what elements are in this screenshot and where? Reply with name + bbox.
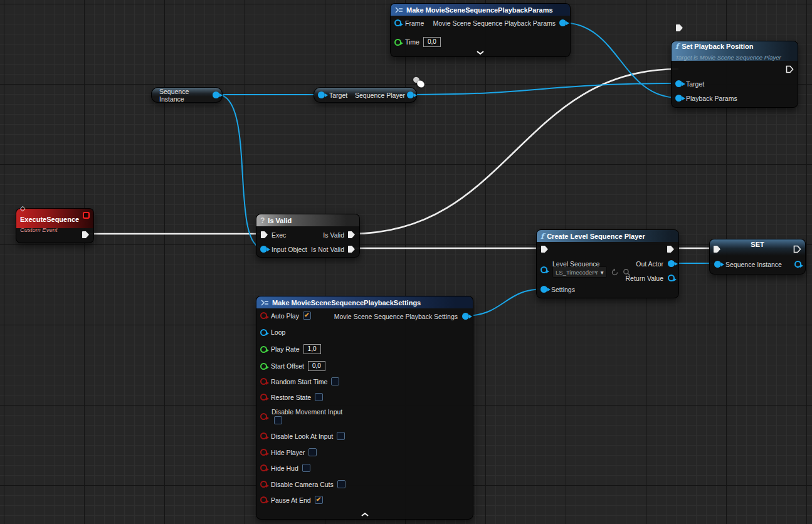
node-create-level-sequence-player[interactable]: f Create Level Sequence Player Level Seq…	[536, 229, 679, 298]
pin-hide-hud[interactable]	[260, 464, 267, 471]
pin-disable-camera-cuts[interactable]	[260, 481, 267, 488]
pin-playback-params-label: Playback Params	[686, 95, 737, 102]
question-mark-icon: ?	[260, 216, 265, 225]
pin-exec-out[interactable]	[667, 245, 675, 253]
use-selected-asset-icon[interactable]	[611, 268, 619, 276]
pin-hide-hud-label: Hide Hud	[271, 464, 298, 472]
node-header[interactable]: f Create Level Sequence Player	[537, 230, 678, 242]
graph-canvas[interactable]: Make MovieSceneSequencePlaybackParams Fr…	[0, 0, 812, 524]
restore-state-checkbox[interactable]	[315, 393, 323, 401]
pin-exec-in[interactable]	[675, 24, 683, 32]
hide-hud-checkbox[interactable]	[302, 464, 310, 472]
pin-start-offset-label: Start Offset	[271, 362, 304, 370]
pin-time[interactable]	[394, 39, 401, 46]
pin-disable-look-at-input[interactable]	[260, 432, 267, 439]
disable-movement-input-checkbox[interactable]	[274, 416, 282, 424]
pin-sequence-instance-in[interactable]	[714, 261, 721, 268]
pin-disable-look-at-input-label: Disable Look At Input	[271, 432, 333, 440]
node-subtitle: Custom Event	[20, 226, 80, 233]
node-is-valid[interactable]: ? Is Valid Exec Is Valid Input Object Is…	[256, 214, 360, 258]
pause-at-end-checkbox[interactable]	[315, 496, 323, 504]
pin-is-valid-out[interactable]	[347, 231, 356, 239]
variable-label: Sequence Instance	[159, 88, 211, 103]
node-title: Make MovieSceneSequencePlaybackParams	[406, 6, 553, 14]
target-label: Target	[329, 92, 347, 99]
pin-playback-params[interactable]	[675, 95, 682, 102]
pin-frame-label: Frame	[405, 19, 424, 27]
pin-exec-in[interactable]	[260, 231, 268, 239]
wire-data-sequenceplayer-target	[408, 83, 678, 95]
pin-auto-play[interactable]	[260, 312, 267, 319]
node-get-sequence-player[interactable]: Target Sequence Player	[314, 87, 417, 103]
node-header[interactable]: SET	[710, 239, 805, 256]
pin-settings[interactable]	[540, 286, 547, 293]
node-set-sequence-instance[interactable]: SET Sequence Instance	[709, 239, 806, 275]
node-set-playback-position[interactable]: f Set Playback Position Target is Movie …	[671, 41, 798, 108]
hide-player-checkbox[interactable]	[308, 448, 317, 456]
node-title: Create Level Sequence Player	[547, 233, 645, 240]
pin-input-object-label: Input Object	[272, 246, 307, 253]
disable-look-at-input-checkbox[interactable]	[337, 432, 345, 440]
pin-level-sequence[interactable]	[540, 266, 547, 273]
node-header[interactable]: Make MovieSceneSequencePlaybackSettings	[256, 296, 473, 308]
node-header[interactable]: Make MovieSceneSequencePlaybackParams	[391, 4, 570, 16]
level-sequence-asset-dropdown[interactable]: LS_TimecodePr ▾	[552, 266, 607, 278]
pin-hide-player[interactable]	[260, 449, 267, 456]
node-execute-sequence-event[interactable]: ◇ ExecuteSequence Custom Event	[16, 208, 94, 243]
play-rate-field[interactable]: 1,0	[303, 344, 321, 354]
pin-pause-at-end[interactable]	[260, 496, 267, 503]
pin-start-offset[interactable]	[260, 363, 267, 370]
random-start-time-checkbox[interactable]	[331, 377, 339, 385]
pin-playback-settings-out[interactable]	[462, 313, 469, 320]
pin-out-actor[interactable]	[668, 260, 675, 267]
pin-frame[interactable]	[394, 19, 401, 26]
function-icon: f	[675, 42, 678, 51]
node-header[interactable]: ? Is Valid	[256, 214, 359, 226]
node-make-movie-scene-sequence-playback-settings[interactable]: Make MovieSceneSequencePlaybackSettings …	[256, 296, 473, 520]
pin-output-label: Movie Scene Sequence Playback Settings	[334, 313, 458, 320]
pin-random-start-time-label: Random Start Time	[271, 378, 327, 385]
node-title: SET	[710, 239, 805, 248]
pin-target-in[interactable]	[318, 92, 325, 98]
pin-output-label: Movie Scene Sequence Playback Params	[433, 19, 556, 27]
pin-return-value[interactable]	[668, 275, 675, 281]
pin-sequence-instance-out[interactable]	[213, 92, 219, 98]
pin-exec-out[interactable]	[82, 231, 90, 239]
pin-play-rate[interactable]	[260, 346, 267, 353]
pin-hide-player-label: Hide Player	[271, 449, 305, 456]
pin-exec-out[interactable]	[786, 65, 794, 73]
node-header[interactable]: ◇ ExecuteSequence Custom Event	[16, 209, 93, 228]
pin-input-object[interactable]	[260, 246, 267, 253]
pin-sequence-instance-out[interactable]	[794, 261, 801, 268]
event-binding-badge[interactable]	[83, 212, 90, 219]
pin-playback-params-out[interactable]	[559, 19, 566, 26]
pin-exec-label: Exec	[272, 231, 286, 239]
pin-sequence-player-out[interactable]	[407, 92, 414, 98]
time-value-field[interactable]: 0,0	[423, 37, 441, 47]
pin-target[interactable]	[675, 80, 682, 87]
auto-play-checkbox[interactable]	[303, 312, 311, 320]
pin-restore-state-label: Restore State	[271, 394, 311, 401]
pin-random-start-time[interactable]	[260, 378, 267, 385]
disable-camera-cuts-checkbox[interactable]	[337, 480, 345, 488]
make-struct-icon	[394, 6, 403, 14]
pin-exec-out[interactable]	[793, 245, 801, 253]
pin-disable-movement-input[interactable]	[260, 413, 267, 420]
pin-return-value-label: Return Value	[625, 275, 663, 282]
pin-exec-in[interactable]	[713, 245, 721, 253]
pin-play-rate-label: Play Rate	[271, 345, 300, 353]
pin-is-not-valid-out[interactable]	[347, 245, 356, 253]
collapse-chevron-down-icon[interactable]	[476, 50, 485, 55]
function-icon: f	[540, 232, 544, 241]
node-get-sequence-instance[interactable]: Sequence Instance	[151, 87, 223, 103]
node-title: ExecuteSequence	[20, 216, 79, 223]
pin-loop[interactable]	[260, 329, 267, 336]
node-make-movie-scene-sequence-playback-params[interactable]: Make MovieSceneSequencePlaybackParams Fr…	[390, 3, 571, 57]
pin-restore-state[interactable]	[260, 394, 267, 401]
pin-disable-movement-input-label: Disable Movement Input	[272, 408, 342, 416]
start-offset-field[interactable]: 0,0	[308, 361, 325, 371]
node-title: Make MovieSceneSequencePlaybackSettings	[272, 299, 421, 307]
node-header[interactable]: f Set Playback Position Target is Movie …	[672, 41, 798, 61]
collapse-chevron-up-icon[interactable]	[361, 512, 369, 517]
pin-exec-in[interactable]	[540, 245, 549, 253]
